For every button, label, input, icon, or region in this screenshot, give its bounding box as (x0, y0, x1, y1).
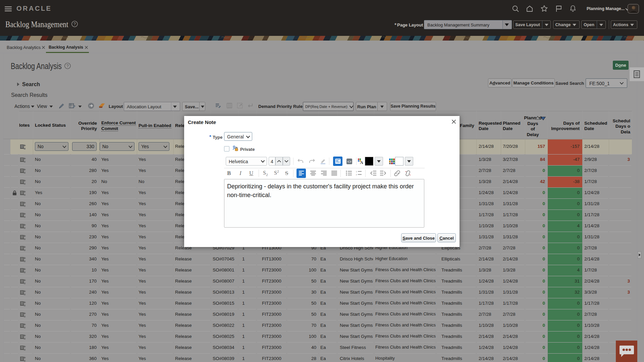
svg-text:A: A (360, 160, 363, 165)
svg-text:?: ? (73, 22, 76, 26)
svg-text:2: 2 (356, 174, 357, 176)
svg-text:?: ? (66, 64, 69, 68)
svg-text:<>: <> (347, 160, 352, 164)
svg-text:1: 1 (356, 171, 357, 173)
